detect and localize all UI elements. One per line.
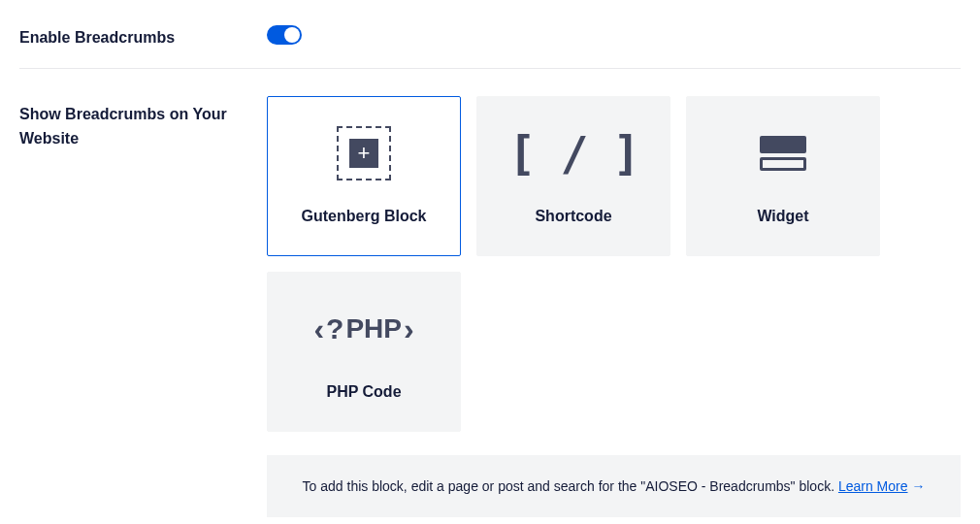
- info-banner: To add this block, edit a page or post a…: [267, 455, 961, 517]
- card-gutenberg-label: Gutenberg Block: [302, 208, 427, 225]
- card-shortcode[interactable]: [ / ] Shortcode: [476, 96, 670, 256]
- arrow-icon: →: [911, 478, 925, 494]
- learn-more-link[interactable]: Learn More: [838, 478, 908, 494]
- info-text: To add this block, edit a page or post a…: [303, 478, 838, 494]
- show-breadcrumbs-label: Show Breadcrumbs on Your Website: [19, 96, 267, 151]
- widget-icon: [760, 126, 806, 180]
- card-php-code[interactable]: ‹?PHP› PHP Code: [267, 272, 461, 432]
- shortcode-icon: [ / ]: [508, 126, 639, 180]
- enable-breadcrumbs-label: Enable Breadcrumbs: [19, 19, 267, 50]
- gutenberg-block-icon: +: [337, 126, 391, 180]
- enable-breadcrumbs-toggle[interactable]: [267, 25, 302, 45]
- php-code-icon: ‹?PHP›: [313, 302, 413, 356]
- display-method-cards: + Gutenberg Block [ / ] Shortcode: [267, 96, 961, 432]
- card-php-label: PHP Code: [326, 383, 401, 401]
- card-widget-label: Widget: [757, 208, 808, 225]
- card-gutenberg-block[interactable]: + Gutenberg Block: [267, 96, 461, 256]
- card-shortcode-label: Shortcode: [535, 208, 611, 225]
- card-widget[interactable]: Widget: [686, 96, 880, 256]
